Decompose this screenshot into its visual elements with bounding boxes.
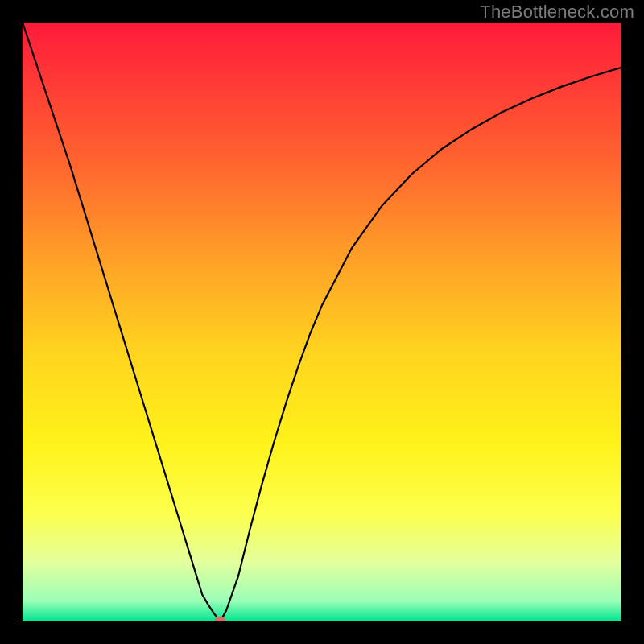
chart-frame: TheBottleneck.com bbox=[0, 0, 644, 644]
chart-svg bbox=[23, 23, 621, 621]
watermark-text: TheBottleneck.com bbox=[480, 2, 634, 23]
chart-background bbox=[23, 23, 621, 621]
chart-plot-area bbox=[23, 23, 621, 621]
